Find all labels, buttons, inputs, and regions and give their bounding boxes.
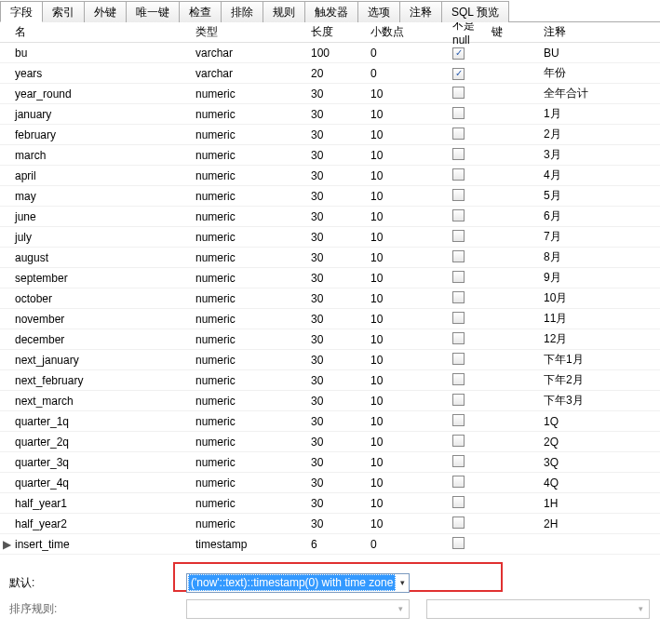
cell-notnull[interactable] bbox=[452, 312, 492, 327]
cell-type[interactable]: numeric bbox=[195, 272, 311, 285]
cell-name[interactable]: august bbox=[13, 251, 195, 264]
cell-length[interactable]: 30 bbox=[311, 292, 370, 305]
checkbox-icon[interactable] bbox=[452, 435, 465, 447]
cell-length[interactable]: 30 bbox=[311, 517, 370, 530]
cell-decimal[interactable]: 10 bbox=[370, 395, 452, 408]
table-row[interactable]: next_januarynumeric3010下年1月 bbox=[0, 350, 660, 370]
cell-comment[interactable]: 1Q bbox=[542, 415, 660, 428]
cell-name[interactable]: september bbox=[13, 272, 195, 285]
cell-length[interactable]: 30 bbox=[311, 333, 370, 346]
cell-comment[interactable]: BU bbox=[542, 47, 660, 60]
table-row[interactable]: half_year1numeric30101H bbox=[0, 493, 660, 514]
cell-comment[interactable]: 下年1月 bbox=[542, 352, 660, 368]
checkbox-icon[interactable]: ✓ bbox=[452, 47, 465, 60]
cell-notnull[interactable]: ✓ bbox=[452, 46, 492, 60]
cell-name[interactable]: quarter_1q bbox=[13, 415, 195, 428]
checkbox-icon[interactable] bbox=[452, 476, 465, 488]
table-row[interactable]: januarynumeric30101月 bbox=[0, 104, 660, 125]
cell-type[interactable]: numeric bbox=[195, 210, 311, 223]
cell-length[interactable]: 30 bbox=[311, 436, 370, 449]
cell-decimal[interactable]: 0 bbox=[370, 538, 452, 551]
checkbox-icon[interactable] bbox=[452, 394, 465, 406]
cell-notnull[interactable] bbox=[452, 209, 492, 224]
checkbox-icon[interactable] bbox=[452, 373, 465, 385]
cell-length[interactable]: 30 bbox=[311, 190, 370, 203]
table-row[interactable]: februarynumeric30102月 bbox=[0, 125, 660, 145]
table-row[interactable]: julynumeric30107月 bbox=[0, 227, 660, 248]
cell-length[interactable]: 30 bbox=[311, 149, 370, 162]
checkbox-icon[interactable] bbox=[452, 496, 465, 508]
cell-length[interactable]: 20 bbox=[311, 67, 370, 80]
table-row[interactable]: aprilnumeric30104月 bbox=[0, 166, 660, 186]
cell-decimal[interactable]: 10 bbox=[370, 476, 452, 490]
checkbox-icon[interactable] bbox=[452, 271, 465, 283]
cell-decimal[interactable]: 10 bbox=[370, 436, 452, 449]
chevron-down-icon[interactable]: ▾ bbox=[393, 600, 409, 618]
cell-notnull[interactable] bbox=[452, 455, 492, 470]
cell-type[interactable]: numeric bbox=[195, 190, 311, 203]
table-row[interactable]: augustnumeric30108月 bbox=[0, 248, 660, 268]
col-header-decimal[interactable]: 小数点 bbox=[370, 24, 452, 40]
cell-length[interactable]: 30 bbox=[311, 456, 370, 469]
cell-name[interactable]: january bbox=[13, 108, 195, 121]
cell-name[interactable]: half_year2 bbox=[13, 517, 195, 530]
col-header-comment[interactable]: 注释 bbox=[542, 24, 660, 40]
cell-type[interactable]: numeric bbox=[195, 497, 311, 510]
cell-length[interactable]: 30 bbox=[311, 108, 370, 121]
cell-name[interactable]: year_round bbox=[13, 87, 195, 101]
checkbox-icon[interactable] bbox=[452, 537, 465, 549]
cell-comment[interactable]: 2Q bbox=[542, 436, 660, 449]
cell-decimal[interactable]: 10 bbox=[370, 374, 452, 387]
cell-notnull[interactable] bbox=[452, 250, 492, 265]
checkbox-icon[interactable] bbox=[452, 127, 465, 140]
cell-type[interactable]: numeric bbox=[195, 87, 311, 101]
tab-4[interactable]: 检查 bbox=[179, 1, 222, 22]
tab-0[interactable]: 字段 bbox=[0, 1, 43, 22]
cell-decimal[interactable]: 10 bbox=[370, 354, 452, 367]
cell-decimal[interactable]: 10 bbox=[370, 149, 452, 162]
cell-comment[interactable]: 下年3月 bbox=[542, 393, 660, 409]
cell-type[interactable]: numeric bbox=[195, 395, 311, 408]
cell-comment[interactable]: 全年合计 bbox=[542, 86, 660, 101]
cell-decimal[interactable]: 10 bbox=[370, 497, 452, 510]
cell-length[interactable]: 30 bbox=[311, 374, 370, 387]
cell-decimal[interactable]: 10 bbox=[370, 108, 452, 121]
cell-name[interactable]: quarter_2q bbox=[13, 436, 195, 449]
cell-notnull[interactable] bbox=[452, 127, 492, 142]
cell-notnull[interactable] bbox=[452, 373, 492, 388]
table-row[interactable]: marchnumeric30103月 bbox=[0, 145, 660, 166]
cell-length[interactable]: 30 bbox=[311, 210, 370, 223]
cell-name[interactable]: insert_time bbox=[13, 538, 195, 551]
cell-length[interactable]: 30 bbox=[311, 169, 370, 182]
cell-notnull[interactable] bbox=[452, 496, 492, 511]
cell-comment[interactable]: 2月 bbox=[542, 127, 660, 142]
checkbox-icon[interactable] bbox=[452, 168, 465, 181]
cell-length[interactable]: 30 bbox=[311, 231, 370, 244]
checkbox-icon[interactable] bbox=[452, 107, 465, 119]
checkbox-icon[interactable]: ✓ bbox=[452, 68, 465, 80]
cell-type[interactable]: numeric bbox=[195, 251, 311, 264]
cell-decimal[interactable]: 10 bbox=[370, 210, 452, 223]
table-row[interactable]: yearsvarchar200✓年份 bbox=[0, 63, 660, 84]
table-row[interactable]: novembernumeric301011月 bbox=[0, 309, 660, 329]
table-row[interactable]: quarter_4qnumeric30104Q bbox=[0, 473, 660, 493]
cell-decimal[interactable]: 10 bbox=[370, 456, 452, 469]
cell-length[interactable]: 100 bbox=[311, 47, 370, 60]
cell-name[interactable]: march bbox=[13, 149, 195, 162]
cell-notnull[interactable] bbox=[452, 291, 492, 306]
cell-decimal[interactable]: 10 bbox=[370, 333, 452, 346]
cell-name[interactable]: next_february bbox=[13, 374, 195, 387]
cell-comment[interactable]: 3Q bbox=[542, 456, 660, 469]
cell-type[interactable]: numeric bbox=[195, 517, 311, 530]
cell-decimal[interactable]: 10 bbox=[370, 517, 452, 530]
cell-notnull[interactable] bbox=[452, 332, 492, 347]
cell-name[interactable]: may bbox=[13, 190, 195, 203]
chevron-down-icon[interactable]: ▾ bbox=[397, 574, 409, 592]
cell-notnull[interactable] bbox=[452, 189, 492, 204]
cell-length[interactable]: 6 bbox=[311, 538, 370, 551]
cell-notnull[interactable] bbox=[452, 435, 492, 449]
checkbox-icon[interactable] bbox=[452, 230, 465, 242]
cell-notnull[interactable] bbox=[452, 517, 492, 531]
col-header-length[interactable]: 长度 bbox=[311, 24, 370, 40]
cell-decimal[interactable]: 10 bbox=[370, 190, 452, 203]
